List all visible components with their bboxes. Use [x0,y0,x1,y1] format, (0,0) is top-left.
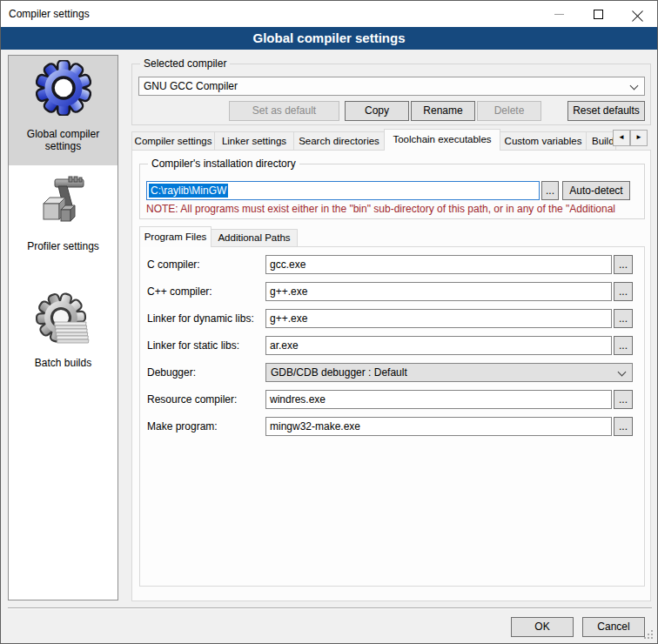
cpp-compiler-value: g++.exe [270,283,307,300]
tab-custom-variables[interactable]: Custom variables [500,131,587,151]
selected-compiler-group-label: Selected compiler [140,57,230,70]
static-linker-input[interactable]: ar.exe [265,336,612,355]
compiler-settings-dialog: Compiler settings Global compiler settin… [0,0,658,644]
make-program-label: Make program: [147,420,218,433]
resource-compiler-browse-button[interactable]: ... [614,390,633,409]
chevron-down-icon [618,368,627,377]
footer-divider [8,607,652,608]
debugger-select-value: GDB/CDB debugger : Default [271,364,407,381]
subtab-additional-paths[interactable]: Additional Paths [211,229,298,247]
copy-button[interactable]: Copy [345,101,409,121]
sidebar-item-label: Profiler settings [27,240,99,252]
c-compiler-input[interactable]: gcc.exe [265,255,612,274]
tab-linker-settings[interactable]: Linker settings [214,131,294,151]
program-files-page: C compiler: gcc.exe ... C++ compiler: g+… [139,246,645,587]
debugger-label: Debugger: [147,366,196,379]
blue-gear-icon [36,60,91,116]
resource-compiler-input[interactable]: windres.exe [265,390,612,409]
cancel-button[interactable]: Cancel [582,617,645,637]
c-compiler-browse-button[interactable]: ... [614,255,633,274]
maximize-icon [594,10,603,19]
compiler-select-value: GNU GCC Compiler [144,77,238,95]
make-program-browse-button[interactable]: ... [614,417,633,436]
static-linker-value: ar.exe [270,337,299,354]
static-linker-label: Linker for static libs: [147,339,239,352]
window-title: Compiler settings [9,1,90,27]
dynamic-linker-value: g++.exe [270,310,307,327]
ok-button[interactable]: OK [511,617,574,637]
sidebar-item-label: Batch builds [35,357,91,369]
cpp-compiler-browse-button[interactable]: ... [614,282,633,301]
maximize-button[interactable] [579,1,618,27]
installation-directory-group-label: Compiler's installation directory [148,158,299,170]
page-title: Global compiler settings [1,27,657,50]
sidebar-item-label: Global compiler settings [9,128,118,152]
make-program-value: mingw32-make.exe [270,418,360,435]
installation-directory-input[interactable]: C:\raylib\MinGW [146,181,540,200]
caliper-icon [36,174,91,230]
chevron-down-icon [630,82,639,91]
tab-scroll-left-icon[interactable]: ◄ [613,130,630,146]
close-icon [632,9,643,20]
cpp-compiler-input[interactable]: g++.exe [265,282,612,301]
browse-directory-button[interactable]: ... [541,181,559,200]
tab-search-directories[interactable]: Search directories [293,131,385,151]
gray-gear-stack-icon [36,292,91,348]
set-as-default-button: Set as default [229,101,339,121]
close-button[interactable] [618,1,657,27]
make-program-input[interactable]: mingw32-make.exe [265,417,612,436]
title-bar: Compiler settings [1,1,657,27]
c-compiler-value: gcc.exe [270,256,306,273]
static-linker-browse-button[interactable]: ... [614,336,633,355]
delete-button: Delete [477,101,541,121]
auto-detect-button[interactable]: Auto-detect [562,181,630,200]
resource-compiler-value: windres.exe [270,391,326,408]
dynamic-linker-input[interactable]: g++.exe [265,309,612,328]
tab-build-options[interactable]: Build options [586,131,616,151]
sidebar-item-global-compiler-settings[interactable]: Global compiler settings [9,56,118,165]
subtab-program-files[interactable]: Program Files [139,226,212,247]
resource-compiler-label: Resource compiler: [147,393,237,406]
c-compiler-label: C compiler: [147,258,200,271]
compiler-select[interactable]: GNU GCC Compiler [138,77,645,96]
settings-category-list: Global compiler settings [8,55,118,600]
tab-compiler-settings[interactable]: Compiler settings [131,131,215,151]
toolchain-executables-page: Compiler's installation directory C:\ray… [131,150,651,601]
sidebar-item-profiler-settings[interactable]: Profiler settings [9,165,118,282]
dynamic-linker-label: Linker for dynamic libs: [147,312,254,325]
tab-toolchain-executables[interactable]: Toolchain executables [384,129,500,151]
installation-directory-value: C:\raylib\MinGW [149,184,228,198]
resize-grip[interactable] [644,630,655,641]
tab-scroll-right-icon[interactable]: ► [630,130,648,146]
bin-subdirectory-note: NOTE: All programs must exist either in … [146,203,635,215]
sidebar-item-batch-builds[interactable]: Batch builds [9,282,118,406]
dynamic-linker-browse-button[interactable]: ... [614,309,633,328]
cpp-compiler-label: C++ compiler: [147,285,212,298]
minimize-icon [554,14,564,15]
reset-defaults-button[interactable]: Reset defaults [567,101,645,121]
rename-button[interactable]: Rename [411,101,475,121]
minimize-button [540,1,579,27]
debugger-select[interactable]: GDB/CDB debugger : Default [265,363,633,382]
